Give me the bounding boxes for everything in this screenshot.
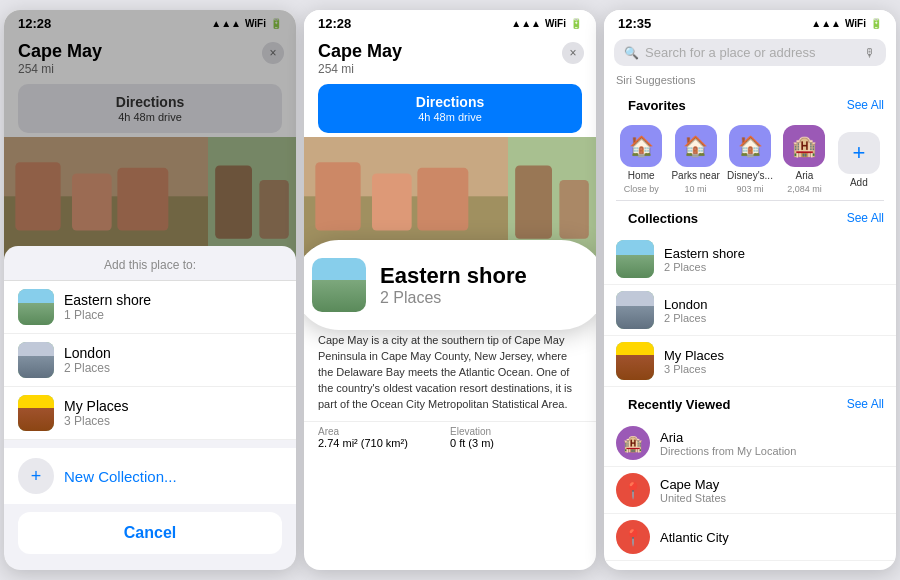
collection-thumb-myplaces [18, 395, 54, 431]
new-collection-button[interactable]: + New Collection... [4, 448, 296, 504]
add-to-collection-sheet: Add this place to: Eastern shore 1 Place… [4, 10, 296, 570]
fav-icon-disney: 🏠 [729, 125, 771, 167]
directions-button-2[interactable]: Directions 4h 48m drive [318, 84, 582, 133]
eastern-shore-thumb [312, 258, 366, 312]
collection-item-london[interactable]: London 2 Places [4, 334, 296, 387]
list-item-london[interactable]: London 2 Places [604, 285, 896, 336]
eastern-shore-bubble: Eastern shore 2 Places [304, 240, 596, 330]
phone-1: 12:28 ▲▲▲ WiFi 🔋 Cape May 254 mi × Direc… [4, 10, 296, 570]
plus-icon: + [18, 458, 54, 494]
fav-aria[interactable]: 🏨 Aria 2,084 mi [777, 125, 831, 194]
collection-thumb-london [18, 342, 54, 378]
fav-add-icon: + [838, 132, 880, 174]
fav-icon-home: 🏠 [620, 125, 662, 167]
search-icon: 🔍 [624, 46, 639, 60]
list-thumb-london [616, 291, 654, 329]
sheet-title: Add this place to: [4, 246, 296, 281]
fav-home[interactable]: 🏠 Home Close by [614, 125, 668, 194]
collection-count-1: 2 Places [64, 361, 282, 375]
place-header-2: Cape May 254 mi × [304, 33, 596, 80]
phone-2: 12:28 ▲▲▲ WiFi 🔋 Cape May 254 mi × Direc… [304, 10, 596, 570]
list-item-myplaces[interactable]: My Places 3 Places [604, 336, 896, 387]
rv-capemay[interactable]: 📍 Cape May United States [604, 467, 896, 514]
recently-viewed-header: Recently Viewed See All [604, 387, 896, 420]
siri-suggestions-label: Siri Suggestions [604, 72, 896, 88]
place-description: Cape May is a city at the southern tip o… [304, 329, 596, 421]
collection-name-2: My Places [64, 398, 282, 414]
list-item-eastern-shore[interactable]: Eastern shore 2 Places [604, 234, 896, 285]
signal-icon-3: ▲▲▲ [811, 18, 841, 29]
time-2: 12:28 [318, 16, 351, 31]
collections-header: Collections See All [604, 201, 896, 234]
close-button-2[interactable]: × [562, 42, 584, 64]
status-icons-3: ▲▲▲ WiFi 🔋 [811, 18, 882, 29]
collection-item-myplaces[interactable]: My Places 3 Places [4, 387, 296, 440]
favorites-title: Favorites [616, 92, 698, 117]
cancel-button[interactable]: Cancel [18, 512, 282, 554]
status-bar-2: 12:28 ▲▲▲ WiFi 🔋 [304, 10, 596, 33]
list-thumb-eastern [616, 240, 654, 278]
time-3: 12:35 [618, 16, 651, 31]
collection-item-eastern-shore[interactable]: Eastern shore 1 Place [4, 281, 296, 334]
stats-row: Area 2.74 mi² (710 km²) Elevation 0 ft (… [304, 421, 596, 453]
battery-icon-2: 🔋 [570, 18, 582, 29]
fav-add[interactable]: + Add [832, 132, 886, 188]
collections-see-all[interactable]: See All [847, 211, 884, 225]
fav-icon-aria: 🏨 [783, 125, 825, 167]
collections-title: Collections [616, 205, 710, 230]
fav-disney[interactable]: 🏠 Disney's... 903 mi [723, 125, 777, 194]
place-title-2: Cape May [318, 41, 582, 62]
rv-icon-atlantic: 📍 [616, 520, 650, 554]
rv-aria[interactable]: 🏨 Aria Directions from My Location [604, 420, 896, 467]
battery-icon-3: 🔋 [870, 18, 882, 29]
fav-parks[interactable]: 🏠 Parks near 10 mi [668, 125, 722, 194]
favorites-see-all[interactable]: See All [847, 98, 884, 112]
status-icons-2: ▲▲▲ WiFi 🔋 [511, 18, 582, 29]
recently-viewed-title: Recently Viewed [616, 391, 742, 416]
fav-icon-parks: 🏠 [675, 125, 717, 167]
recently-viewed-see-all[interactable]: See All [847, 397, 884, 411]
collection-name-0: Eastern shore [64, 292, 282, 308]
search-placeholder[interactable]: Search for a place or address [645, 45, 858, 60]
rv-icon-capemay: 📍 [616, 473, 650, 507]
eastern-shore-places: 2 Places [380, 289, 527, 307]
list-thumb-myplaces [616, 342, 654, 380]
eastern-shore-overlay: Eastern shore 2 Places [304, 240, 596, 330]
sheet-content: Add this place to: Eastern shore 1 Place… [4, 246, 296, 570]
search-bar[interactable]: 🔍 Search for a place or address 🎙 [614, 39, 886, 66]
collection-count-0: 1 Place [64, 308, 282, 322]
phone-3: 12:35 ▲▲▲ WiFi 🔋 🔍 Search for a place or… [604, 10, 896, 570]
favorites-row: 🏠 Home Close by 🏠 Parks near 10 mi 🏠 Dis… [604, 121, 896, 200]
collection-thumb-eastern-shore [18, 289, 54, 325]
rv-atlantic-city[interactable]: 📍 Atlantic City [604, 514, 896, 561]
status-bar-3: 12:35 ▲▲▲ WiFi 🔋 [604, 10, 896, 33]
mic-icon[interactable]: 🎙 [864, 46, 876, 60]
rv-icon-aria: 🏨 [616, 426, 650, 460]
collection-count-2: 3 Places [64, 414, 282, 428]
wifi-icon-3: WiFi [845, 18, 866, 29]
collection-name-1: London [64, 345, 282, 361]
new-collection-label: New Collection... [64, 468, 177, 485]
eastern-shore-name: Eastern shore [380, 263, 527, 289]
place-distance-2: 254 mi [318, 62, 582, 76]
wifi-icon-2: WiFi [545, 18, 566, 29]
favorites-header: Favorites See All [604, 88, 896, 121]
signal-icon-2: ▲▲▲ [511, 18, 541, 29]
